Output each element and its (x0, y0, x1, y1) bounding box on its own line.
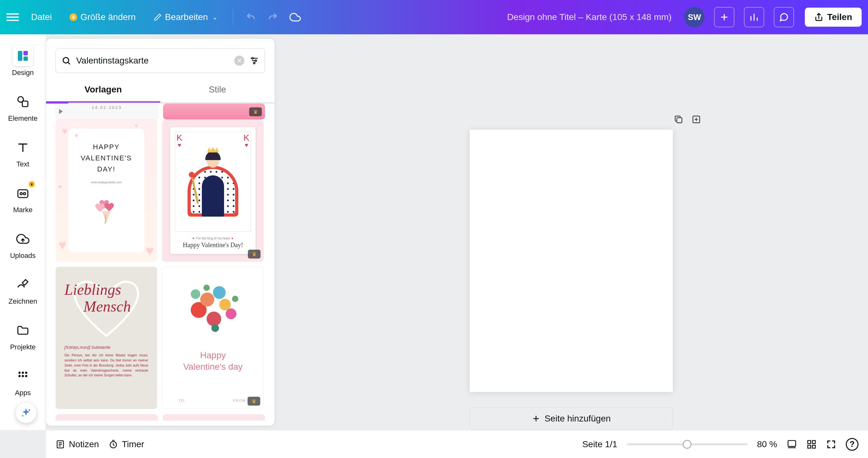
timer-button[interactable]: Timer (108, 439, 145, 450)
card-corner: K♥ (177, 134, 183, 148)
template-card-lieblings[interactable]: Lieblings Mensch ['li:blɪŋsˌmɛnʃ] Substa… (56, 267, 157, 409)
add-member-button[interactable] (714, 7, 734, 27)
zoom-value[interactable]: 80 % (757, 439, 777, 450)
template-card[interactable]: ♛ (163, 104, 265, 119)
divider (233, 9, 233, 25)
filter-button[interactable] (249, 56, 259, 65)
notes-label: Notizen (69, 439, 99, 450)
crown-icon: ♛ (69, 13, 77, 21)
zoom-slider[interactable] (627, 443, 747, 445)
template-card-floral[interactable]: Happy Valentine's day TO: FROM: ♛ (162, 267, 264, 409)
svg-rect-25 (808, 445, 811, 448)
main-menu-button[interactable] (6, 11, 19, 24)
page-indicator[interactable]: Seite 1/1 (582, 439, 618, 450)
rail-draw-label: Zeichnen (8, 297, 37, 306)
add-page-button[interactable]: Seite hinzufügen (470, 407, 673, 430)
template-text: FROM: (233, 399, 248, 402)
svg-rect-26 (812, 445, 815, 448)
help-button[interactable]: ? (846, 438, 859, 451)
resize-label: Größe ändern (80, 12, 135, 22)
document-title[interactable]: Design ohne Titel – Karte (105 x 148 mm) (507, 12, 672, 22)
template-card[interactable] (163, 414, 265, 421)
template-card[interactable]: 14.02.2023 (56, 104, 158, 119)
view-grid-button[interactable] (806, 439, 816, 450)
template-text: Die Person, bei der ich keine Maske trag… (64, 353, 148, 378)
fullscreen-button[interactable] (826, 439, 836, 450)
premium-badge-icon: ♛ (248, 250, 260, 259)
svg-rect-23 (808, 440, 811, 443)
comment-button[interactable] (774, 7, 794, 27)
template-text: Mensch (84, 299, 148, 313)
rail-design-label: Design (12, 68, 34, 77)
template-card[interactable] (56, 414, 158, 421)
cloud-sync-icon[interactable] (287, 9, 303, 25)
template-text: ♥ For the king of my heart ♥ (177, 237, 249, 240)
search-input[interactable] (76, 56, 229, 66)
svg-rect-2 (24, 57, 28, 61)
card-corner: K♥ (243, 134, 249, 148)
rail-text[interactable]: Text (0, 135, 46, 171)
redo-button[interactable] (265, 9, 281, 25)
svg-point-8 (19, 372, 21, 374)
canvas-area: Seite hinzufügen (275, 34, 868, 430)
duplicate-page-button[interactable] (673, 114, 684, 125)
template-card-king[interactable]: K♥ K♥ ♥ For t (162, 119, 264, 262)
tab-templates[interactable]: Vorlagen (46, 78, 160, 102)
svg-rect-18 (677, 118, 682, 123)
rail-brand[interactable]: ♛ Marke (0, 180, 46, 217)
analytics-button[interactable] (744, 7, 764, 27)
rail-projects[interactable]: Projekte (0, 318, 46, 354)
rail-uploads[interactable]: Uploads (0, 226, 46, 262)
text-icon (16, 141, 30, 154)
ai-assistant-button[interactable] (16, 403, 36, 423)
king-illustration (191, 147, 235, 217)
bottom-bar: Notizen Timer Seite 1/1 80 % ? (46, 430, 868, 458)
premium-badge-icon: ♛ (249, 107, 262, 116)
template-card-happy-valentines[interactable]: ♥ ♥ ♥ ♥ ♥ ♥ HAPPY VALENTINE'S DAY! www.r… (56, 119, 157, 262)
svg-rect-24 (812, 440, 815, 443)
template-text: Lieblings (64, 283, 148, 296)
template-text: www.reallygreatsite.com (91, 181, 122, 184)
brand-icon (16, 187, 30, 200)
svg-point-27 (29, 409, 30, 411)
heart-icon: ♥ (74, 132, 79, 139)
clear-search-button[interactable]: ✕ (234, 56, 244, 66)
heart-icon: ♥ (58, 183, 62, 191)
undo-button[interactable] (243, 9, 259, 25)
template-results[interactable]: 14.02.2023 ♛ ♥ ♥ ♥ ♥ ♥ ♥ HAPPY (46, 104, 275, 426)
notes-button[interactable]: Notizen (56, 439, 99, 450)
svg-rect-1 (24, 51, 28, 55)
uploads-icon (16, 232, 30, 246)
template-text: DAY! (81, 164, 132, 175)
canvas-page[interactable] (470, 130, 673, 392)
rail-apps-label: Apps (15, 389, 31, 397)
svg-point-13 (25, 375, 27, 377)
rail-apps[interactable]: Apps (0, 363, 46, 400)
resize-menu[interactable]: ♛ Größe ändern (64, 9, 141, 25)
rail-elements[interactable]: Elemente (0, 89, 46, 125)
svg-point-15 (252, 57, 254, 59)
rail-projects-label: Projekte (10, 343, 36, 351)
play-icon (59, 109, 63, 114)
template-text: Happy Valentine's Day! (177, 241, 249, 249)
svg-point-12 (22, 375, 24, 377)
add-page-icon-button[interactable] (690, 114, 702, 125)
tab-styles[interactable]: Stile (160, 78, 275, 102)
heart-icon: ♥ (146, 242, 154, 259)
template-text: ['li:blɪŋsˌmɛnʃ] Substantiv (64, 345, 148, 350)
crown-icon: ♛ (29, 181, 35, 188)
file-menu[interactable]: Datei (25, 9, 57, 25)
svg-point-14 (63, 57, 69, 63)
heart-icon: ♥ (62, 126, 68, 137)
edit-menu[interactable]: Bearbeiten ⌄ (148, 9, 223, 25)
svg-point-11 (19, 375, 21, 377)
rail-design[interactable]: Design (0, 43, 46, 79)
svg-rect-4 (22, 101, 28, 107)
user-avatar[interactable]: SW (684, 7, 705, 27)
draw-icon (16, 278, 30, 291)
rail-draw[interactable]: Zeichnen (0, 272, 46, 308)
bouquet-icon (89, 190, 124, 225)
share-button[interactable]: Teilen (805, 8, 862, 27)
view-list-button[interactable] (787, 439, 797, 450)
elements-icon (16, 95, 30, 108)
